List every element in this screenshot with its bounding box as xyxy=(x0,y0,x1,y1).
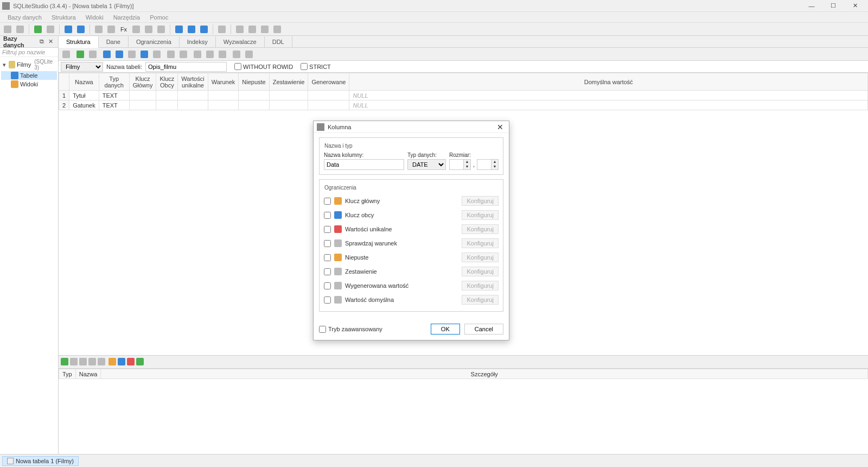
constraint-fk-checkbox[interactable] xyxy=(324,212,331,219)
history-icon[interactable] xyxy=(156,24,167,35)
size-spinner-2[interactable]: ▲▼ xyxy=(477,159,499,170)
undock-icon[interactable]: ⧉ xyxy=(37,37,46,46)
constraint-default-checkbox[interactable] xyxy=(324,296,331,304)
menu-tools[interactable]: Narzędzia xyxy=(109,13,145,22)
unique-constraint-icon[interactable] xyxy=(127,358,135,367)
layout-icon[interactable] xyxy=(174,24,184,35)
minimize-button[interactable]: — xyxy=(801,0,822,12)
col-header-generated[interactable]: Generowane xyxy=(308,73,349,91)
save-sql-icon[interactable] xyxy=(106,24,117,35)
tab-data[interactable]: Dane xyxy=(99,36,129,47)
add-db-icon[interactable] xyxy=(33,24,43,35)
constraint-pk-checkbox[interactable] xyxy=(324,198,331,205)
menu-structure[interactable]: Struktura xyxy=(47,13,80,22)
col-type-select[interactable]: DATE xyxy=(407,159,446,170)
connect-icon[interactable] xyxy=(2,24,13,35)
collapse-icon[interactable] xyxy=(199,24,209,35)
tab-ddl[interactable]: DDL xyxy=(265,36,292,47)
refresh-icon[interactable] xyxy=(61,49,72,60)
disconnect-icon[interactable] xyxy=(15,24,25,35)
close-panel-icon[interactable]: ✕ xyxy=(46,37,55,46)
function-icon[interactable]: Fx xyxy=(118,24,129,35)
col-header-notnull[interactable]: Niepuste xyxy=(239,73,269,91)
add-constraint-icon[interactable] xyxy=(61,358,68,367)
maximize-button[interactable]: ☐ xyxy=(822,0,844,12)
undo-icon[interactable] xyxy=(205,49,215,60)
db-selector[interactable]: Filmy xyxy=(61,62,103,72)
cell-name[interactable]: Gatunek xyxy=(69,100,99,110)
tree-db-row[interactable]: ▾ Filmy (SQLite 3) xyxy=(1,58,57,71)
configure-button[interactable]: Konfiguruj xyxy=(462,253,499,262)
grid2-icon[interactable] xyxy=(247,24,258,35)
configure-button[interactable]: Konfiguruj xyxy=(462,196,499,206)
open-sql-icon[interactable] xyxy=(93,24,104,35)
cut-icon[interactable] xyxy=(192,49,203,60)
size-spinner-1[interactable]: ▲▼ xyxy=(449,159,471,170)
next-icon[interactable] xyxy=(244,49,254,60)
spin-down-icon[interactable]: ▼ xyxy=(464,165,470,169)
strict-checkbox[interactable]: STRICT xyxy=(301,63,331,70)
col-header-check[interactable]: Warunek xyxy=(208,73,239,91)
cell-default[interactable]: NULL xyxy=(349,100,868,110)
col-header-details[interactable]: Szczegóły xyxy=(101,369,868,379)
move-down-icon[interactable] xyxy=(151,49,162,60)
edit-column-icon[interactable] xyxy=(114,49,125,60)
spin-up-icon[interactable]: ▲ xyxy=(464,160,470,165)
tab-structure[interactable]: Struktura xyxy=(59,36,99,48)
rollback-icon[interactable] xyxy=(87,49,98,60)
col-header-type[interactable]: Typ danych xyxy=(99,73,129,91)
constraint-collate-checkbox[interactable] xyxy=(324,268,331,275)
expand-icon[interactable] xyxy=(186,24,197,35)
add-column-icon[interactable] xyxy=(101,49,112,60)
settings-icon[interactable] xyxy=(216,24,227,35)
constraints-grid[interactable]: Typ Nazwa Szczegóły xyxy=(59,369,868,454)
cell-type[interactable]: TEXT xyxy=(99,100,129,110)
without-rowid-checkbox[interactable]: WITHOUT ROWID xyxy=(234,63,293,70)
dialog-close-button[interactable]: ✕ xyxy=(495,123,506,131)
grid4-icon[interactable] xyxy=(272,24,283,35)
configure-button[interactable]: Konfiguruj xyxy=(462,267,499,276)
check-constraint-icon[interactable] xyxy=(136,358,144,367)
edit-db-icon[interactable] xyxy=(45,24,56,35)
move-up-icon[interactable] xyxy=(139,49,150,60)
status-tab[interactable]: Nowa tabela 1 (Filmy) xyxy=(2,456,79,466)
menu-databases[interactable]: Bazy danych xyxy=(3,13,46,22)
constraint-generated-checkbox[interactable] xyxy=(324,282,331,289)
export-icon[interactable] xyxy=(131,24,142,35)
edit-table-icon[interactable] xyxy=(75,24,86,35)
grid1-icon[interactable] xyxy=(234,24,245,35)
new-table-icon[interactable] xyxy=(63,24,74,35)
up-constraint-icon[interactable] xyxy=(88,358,96,367)
ok-button[interactable]: OK xyxy=(431,324,460,335)
pk-constraint-icon[interactable] xyxy=(108,358,116,367)
delete-column-icon[interactable] xyxy=(126,49,137,60)
col-header-name[interactable]: Nazwa xyxy=(75,369,101,379)
col-header-fk[interactable]: Klucz Obcy xyxy=(156,73,178,91)
tab-constraints[interactable]: Ograniczenia xyxy=(129,36,180,47)
advanced-mode-checkbox[interactable]: Tryb zaawansowany xyxy=(319,326,426,333)
cell-name[interactable]: Tytuł xyxy=(69,91,99,100)
tab-triggers[interactable]: Wyzwalacze xyxy=(216,36,265,47)
fk-constraint-icon[interactable] xyxy=(118,358,125,367)
tab-indexes[interactable]: Indeksy xyxy=(180,36,216,47)
paste-icon[interactable] xyxy=(178,49,189,60)
down-constraint-icon[interactable] xyxy=(98,358,105,367)
spin-up-icon[interactable]: ▲ xyxy=(492,160,498,165)
menu-help[interactable]: Pomoc xyxy=(145,13,173,22)
col-header-default[interactable]: Domyślna wartość xyxy=(349,73,868,91)
copy-icon[interactable] xyxy=(165,49,176,60)
caret-down-icon[interactable]: ▾ xyxy=(2,61,7,68)
configure-button[interactable]: Konfiguruj xyxy=(462,281,499,291)
sidebar-filter-input[interactable]: Filtruj po nazwie xyxy=(0,48,58,57)
tree-tables-row[interactable]: Tabele xyxy=(1,71,57,80)
col-header-type[interactable]: Typ xyxy=(59,369,76,379)
edit-constraint-icon[interactable] xyxy=(70,358,78,367)
table-row[interactable]: 2 Gatunek TEXT NULL xyxy=(59,100,868,110)
table-row[interactable]: 1 Tytuł TEXT NULL xyxy=(59,91,868,100)
constraint-check-checkbox[interactable] xyxy=(324,240,331,247)
commit-icon[interactable] xyxy=(75,49,86,60)
menu-views[interactable]: Widoki xyxy=(81,13,108,22)
cell-default[interactable]: NULL xyxy=(349,91,868,100)
spin-down-icon[interactable]: ▼ xyxy=(492,165,498,169)
configure-button[interactable]: Konfiguruj xyxy=(462,224,499,234)
